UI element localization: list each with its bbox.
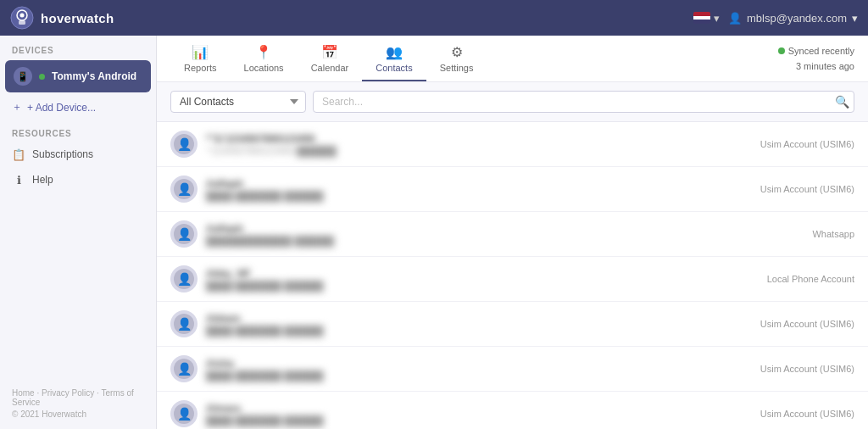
contact-phone: "'1234567890123456 ██████ [206,146,752,156]
footer-links: Home · Privacy Policy · Terms of Service [12,388,144,407]
contact-info: Abby_NF ████ ███████ ██████ [206,268,759,291]
search-button[interactable]: 🔍 [835,95,849,109]
help-icon: ℹ [12,173,25,187]
sync-status: Synced recently 3 minutes ago [778,46,854,71]
footer-copyright: © 2021 Hoverwatch [12,410,144,419]
sidebar-item-subscriptions[interactable]: 📋 Subscriptions [0,142,156,167]
tab-bar: 📊 Reports 📍 Locations 📅 Calendar 👥 Conta… [157,36,868,82]
user-chevron-icon: ▾ [852,12,858,25]
table-row[interactable]: 👤 Almara ████ ███████ ██████ Usim Accoun… [157,392,868,429]
contact-phone: ████ ███████ ██████ [206,415,752,426]
contact-phone: ████ ███████ ██████ [206,370,752,381]
device-avatar: 📱 [14,67,32,86]
contact-info: *"&'1234567890123456 "'1234567890123456 … [206,133,752,156]
contact-source: Usim Account (USIM6) [760,319,854,329]
logo-area: hoverwatch [10,6,114,30]
contacts-icon: 👥 [386,44,403,60]
calendar-label: Calendar [311,63,349,73]
table-row[interactable]: 👤 Aafiqah █████████████ ██████ Whatsapp [157,212,868,257]
sync-time: 3 minutes ago [796,61,854,71]
contact-avatar: 👤 [170,265,198,292]
subscriptions-label: Subscriptions [32,148,93,160]
contact-avatar: 👤 [170,400,198,427]
contact-info: Aafiqah █████████████ ██████ [206,223,804,246]
contact-name: *"&'1234567890123456 [206,133,752,145]
user-icon: 👤 [728,12,742,25]
tab-settings[interactable]: ⚙ Settings [426,36,487,81]
contact-info: Almara ████ ███████ ██████ [206,403,752,426]
person-icon: 👤 [177,227,192,241]
contact-info: Abbam ████ ███████ ██████ [206,313,752,336]
footer-privacy-link[interactable]: Privacy Policy [42,388,94,398]
devices-section-label: DEVICES [0,36,156,58]
device-online-indicator [39,74,45,80]
top-nav: hoverwatch ▾ 👤 mblsp@yandex.com ▾ [0,0,868,36]
subscriptions-icon: 📋 [12,148,25,161]
sidebar-footer: Home · Privacy Policy · Terms of Service… [0,382,156,422]
add-device-label: + Add Device... [27,102,96,114]
language-selector[interactable]: ▾ [693,12,720,25]
contact-name: Abby_NF [206,268,759,280]
resources-section-label: RESOURCES [0,120,156,142]
contact-name: Aisha [206,358,752,370]
sync-dot-icon [778,47,785,54]
contacts-list: 👤 *"&'1234567890123456 "'123456789012345… [157,122,868,429]
person-icon: 👤 [177,182,192,196]
top-nav-right: ▾ 👤 mblsp@yandex.com ▾ [693,12,858,25]
tab-calendar[interactable]: 📅 Calendar [298,36,363,81]
contact-name: Aafiqah [206,178,752,190]
device-item-tommy[interactable]: 📱 Tommy's Android [5,60,151,92]
sidebar-item-help[interactable]: ℹ Help [0,167,156,192]
content-area: 📊 Reports 📍 Locations 📅 Calendar 👥 Conta… [157,36,868,429]
contact-name: Almara [206,403,752,415]
footer-home-link[interactable]: Home [12,388,35,398]
table-row[interactable]: 👤 Abby_NF ████ ███████ ██████ Local Phon… [157,257,868,302]
locations-icon: 📍 [255,44,272,60]
contact-source: Usim Account (USIM6) [760,409,854,419]
reports-icon: 📊 [192,44,209,60]
contact-phone: ████ ███████ ██████ [206,191,752,201]
user-email: mblsp@yandex.com [747,12,847,25]
contact-name: Aafiqah [206,223,804,235]
chevron-down-icon: ▾ [714,12,720,25]
contact-phone: ████ ███████ ██████ [206,326,752,336]
contact-source: Usim Account (USIM6) [760,139,854,149]
contact-avatar: 👤 [170,355,198,382]
add-device-button[interactable]: ＋ + Add Device... [0,94,156,120]
device-avatar-icon: 📱 [17,71,29,82]
search-wrap: 🔍 [313,91,854,113]
tab-locations[interactable]: 📍 Locations [231,36,298,81]
user-menu[interactable]: 👤 mblsp@yandex.com ▾ [728,12,858,25]
table-row[interactable]: 👤 Aisha ████ ███████ ██████ Usim Account… [157,347,868,392]
contact-source: Local Phone Account [767,274,854,284]
contact-avatar: 👤 [170,131,198,158]
person-icon: 👤 [177,272,192,286]
filter-bar: All Contacts Phone WhatsApp Telegram 🔍 [157,82,868,122]
contact-phone: ████ ███████ ██████ [206,281,759,291]
contacts-filter-dropdown[interactable]: All Contacts Phone WhatsApp Telegram [170,91,306,113]
contact-name: Abbam [206,313,752,325]
table-row[interactable]: 👤 *"&'1234567890123456 "'123456789012345… [157,122,868,167]
tab-reports[interactable]: 📊 Reports [170,36,231,81]
sidebar: DEVICES 📱 Tommy's Android ＋ + Add Device… [0,36,157,429]
svg-rect-3 [19,20,25,25]
tab-contacts[interactable]: 👥 Contacts [362,36,426,81]
tabs: 📊 Reports 📍 Locations 📅 Calendar 👥 Conta… [170,36,487,81]
contact-phone: █████████████ ██████ [206,236,804,246]
contact-info: Aafiqah ████ ███████ ██████ [206,178,752,201]
contact-avatar: 👤 [170,176,198,203]
locations-label: Locations [244,63,284,73]
table-row[interactable]: 👤 Aafiqah ████ ███████ ██████ Usim Accou… [157,167,868,212]
device-name: Tommy's Android [52,70,142,82]
reports-label: Reports [184,63,217,73]
table-row[interactable]: 👤 Abbam ████ ███████ ██████ Usim Account… [157,302,868,347]
settings-label: Settings [440,63,474,73]
sync-label: Synced recently [788,46,854,56]
search-input[interactable] [313,91,854,113]
contacts-label: Contacts [376,63,412,73]
settings-icon: ⚙ [451,44,463,60]
person-icon: 👤 [177,407,192,421]
logo-text: hoverwatch [41,11,114,25]
contact-source: Usim Account (USIM6) [760,184,854,194]
hoverwatch-logo-icon [10,6,34,30]
